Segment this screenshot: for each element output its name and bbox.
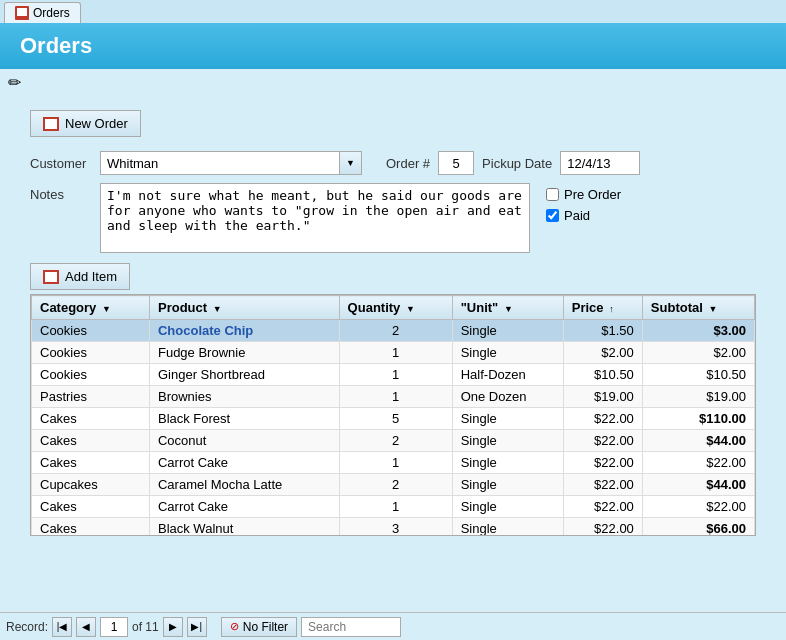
record-number-input[interactable] [100,617,128,637]
record-label: Record: [6,620,48,634]
orders-table: Category ▼ Product ▼ Quantity ▼ "Unit" ▼… [31,295,755,535]
table-row[interactable]: Cakes Coconut 2 Single $22.00 $44.00 [32,430,755,452]
nav-next-button[interactable]: ▶ [163,617,183,637]
cell-category: Cakes [32,408,150,430]
cell-product: Brownies [149,386,339,408]
table-row[interactable]: Cakes Carrot Cake 1 Single $22.00 $22.00 [32,452,755,474]
col-header-unit[interactable]: "Unit" ▼ [452,296,563,320]
order-number-input[interactable] [438,151,474,175]
new-order-icon [43,117,59,131]
main-content: New Order Customer ▼ Order # Pickup Date… [0,96,786,546]
table-row[interactable]: Cookies Ginger Shortbread 1 Half-Dozen $… [32,364,755,386]
pre-order-checkbox[interactable] [546,188,559,201]
cell-subtotal: $10.50 [642,364,754,386]
nav-last-button[interactable]: ▶| [187,617,207,637]
cell-unit: Single [452,518,563,536]
subtotal-sort-icon: ▼ [708,304,717,314]
cell-price: $2.00 [563,342,642,364]
col-header-quantity[interactable]: Quantity ▼ [339,296,452,320]
status-bar: Record: |◀ ◀ of 11 ▶ ▶| ⊘ No Filter [0,612,786,640]
paid-checkbox[interactable] [546,209,559,222]
unit-sort-icon: ▼ [504,304,513,314]
cell-quantity: 2 [339,474,452,496]
pencil-icon[interactable]: ✏ [8,74,21,91]
col-header-price[interactable]: Price ↑ [563,296,642,320]
pre-order-label: Pre Order [564,187,621,202]
orders-table-container: Category ▼ Product ▼ Quantity ▼ "Unit" ▼… [30,294,756,536]
paid-row: Paid [546,208,621,223]
cell-quantity: 2 [339,320,452,342]
price-sort-icon: ↑ [609,304,614,314]
col-header-category[interactable]: Category ▼ [32,296,150,320]
cell-product: Carrot Cake [149,496,339,518]
orders-tab-icon [15,6,29,20]
cell-product: Chocolate Chip [149,320,339,342]
cell-product: Carrot Cake [149,452,339,474]
table-row[interactable]: Cupcakes Caramel Mocha Latte 2 Single $2… [32,474,755,496]
cell-quantity: 1 [339,342,452,364]
table-row[interactable]: Pastries Brownies 1 One Dozen $19.00 $19… [32,386,755,408]
cell-subtotal: $44.00 [642,430,754,452]
table-row[interactable]: Cakes Black Forest 5 Single $22.00 $110.… [32,408,755,430]
cell-quantity: 1 [339,452,452,474]
cell-category: Cakes [32,452,150,474]
customer-dropdown-button[interactable]: ▼ [340,151,362,175]
cell-unit: Single [452,452,563,474]
cell-subtotal: $22.00 [642,496,754,518]
cell-category: Cookies [32,342,150,364]
notes-textarea[interactable] [100,183,530,253]
cell-quantity: 1 [339,496,452,518]
cell-unit: Single [452,474,563,496]
new-order-label: New Order [65,116,128,131]
table-scroll[interactable]: Category ▼ Product ▼ Quantity ▼ "Unit" ▼… [31,295,755,535]
new-order-button[interactable]: New Order [30,110,141,137]
col-header-product[interactable]: Product ▼ [149,296,339,320]
nav-first-button[interactable]: |◀ [52,617,72,637]
cell-subtotal: $44.00 [642,474,754,496]
cell-product: Coconut [149,430,339,452]
cell-category: Cookies [32,364,150,386]
cell-subtotal: $2.00 [642,342,754,364]
customer-select: ▼ [100,151,370,175]
no-filter-button[interactable]: ⊘ No Filter [221,617,297,637]
cell-product: Ginger Shortbread [149,364,339,386]
cell-price: $1.50 [563,320,642,342]
customer-label: Customer [30,156,100,171]
category-sort-icon: ▼ [102,304,111,314]
cell-quantity: 1 [339,364,452,386]
cell-product: Caramel Mocha Latte [149,474,339,496]
add-item-label: Add Item [65,269,117,284]
cell-unit: Single [452,342,563,364]
pencil-bar: ✏ [0,69,786,96]
cell-unit: One Dozen [452,386,563,408]
col-header-subtotal[interactable]: Subtotal ▼ [642,296,754,320]
cell-quantity: 3 [339,518,452,536]
table-row[interactable]: Cookies Fudge Brownie 1 Single $2.00 $2.… [32,342,755,364]
customer-input[interactable] [100,151,340,175]
cell-category: Pastries [32,386,150,408]
cell-price: $10.50 [563,364,642,386]
table-header-row: Category ▼ Product ▼ Quantity ▼ "Unit" ▼… [32,296,755,320]
cell-quantity: 2 [339,430,452,452]
cell-unit: Half-Dozen [452,364,563,386]
add-item-button[interactable]: Add Item [30,263,130,290]
cell-price: $19.00 [563,386,642,408]
pre-order-row: Pre Order [546,187,621,202]
nav-prev-button[interactable]: ◀ [76,617,96,637]
cell-category: Cakes [32,496,150,518]
search-input[interactable] [301,617,401,637]
table-row[interactable]: Cakes Black Walnut 3 Single $22.00 $66.0… [32,518,755,536]
cell-price: $22.00 [563,408,642,430]
table-row[interactable]: Cakes Carrot Cake 1 Single $22.00 $22.00 [32,496,755,518]
cell-subtotal: $66.00 [642,518,754,536]
no-filter-label: No Filter [243,620,288,634]
pickup-date-input[interactable] [560,151,640,175]
table-row[interactable]: Cookies Chocolate Chip 2 Single $1.50 $3… [32,320,755,342]
cell-product: Black Forest [149,408,339,430]
cell-unit: Single [452,320,563,342]
cell-category: Cakes [32,518,150,536]
cell-category: Cookies [32,320,150,342]
cell-quantity: 1 [339,386,452,408]
cell-subtotal: $110.00 [642,408,754,430]
tab-orders[interactable]: Orders [4,2,81,23]
